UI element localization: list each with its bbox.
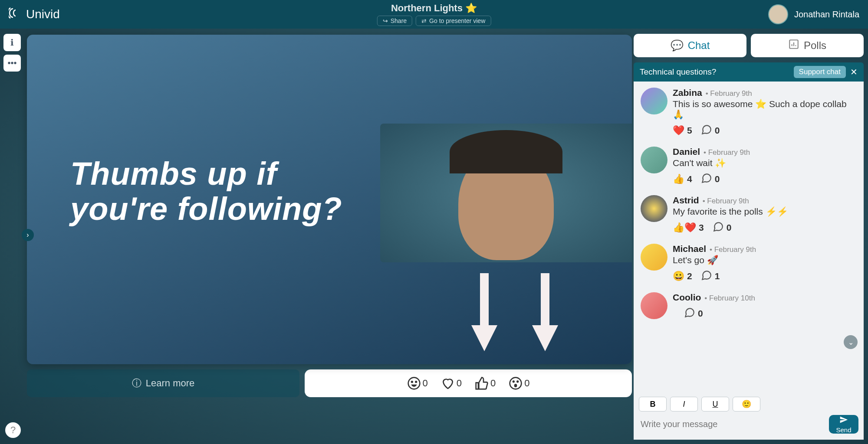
message-input[interactable] (639, 415, 825, 434)
slide-arrows (471, 273, 558, 351)
msg-date: • February 9th (706, 89, 752, 98)
more-button[interactable]: ••• (3, 55, 21, 72)
send-icon (839, 415, 848, 425)
expand-button[interactable]: › (22, 229, 34, 241)
chat-icon: 💬 (671, 39, 684, 52)
side-panel: 💬 Chat Polls Technical questions? Suppor… (634, 34, 864, 440)
reply-icon[interactable] (701, 173, 712, 186)
close-icon: ✕ (850, 67, 858, 77)
chat-message: Coolio • February 10th 0 (634, 286, 864, 323)
bold-button[interactable]: B (639, 397, 667, 411)
msg-avatar (641, 292, 667, 319)
session-title: Northern Lights ⭐ (377, 3, 491, 14)
msg-avatar (641, 147, 667, 173)
svg-point-0 (408, 378, 420, 389)
reply-count: 0 (727, 222, 732, 233)
brand-logo: Univid (9, 5, 60, 24)
topbar: Univid Northern Lights ⭐ ↪ Share ⇄ Go to… (0, 0, 868, 29)
swap-icon: ⇄ (421, 17, 427, 24)
msg-author: Coolio (673, 292, 701, 303)
info-button[interactable]: ℹ (3, 34, 21, 51)
emoji-button[interactable]: 🙂 (733, 397, 760, 411)
msg-date: • February 9th (710, 245, 756, 254)
msg-avatar (641, 88, 667, 114)
msg-react-count: 4 (687, 174, 692, 184)
main-area: › Thumbs up if you're following? ⓘ Learn… (27, 35, 632, 435)
italic-label: I (683, 400, 685, 409)
reply-count: 0 (698, 308, 703, 319)
chat-message: Daniel • February 9th Can't wait ✨ 👍 4 0 (634, 140, 864, 189)
scroll-down-button[interactable]: ⌄ (844, 335, 858, 349)
presenter-view-label: Go to presenter view (429, 17, 485, 24)
send-button[interactable]: Send (829, 415, 858, 434)
reaction-count: 0 (524, 378, 529, 389)
left-rail: ℹ ••• (3, 34, 21, 72)
reaction-count: 0 (490, 378, 496, 389)
help-icon: ? (10, 424, 16, 436)
tab-polls[interactable]: Polls (751, 34, 864, 57)
close-banner-button[interactable]: ✕ (850, 67, 858, 77)
underline-label: U (713, 400, 718, 409)
learn-more-label: Learn more (146, 378, 195, 389)
presenter-face (458, 147, 554, 260)
help-button[interactable]: ? (5, 422, 21, 438)
underline-button[interactable]: U (701, 397, 729, 411)
user-avatar[interactable] (768, 4, 788, 24)
msg-author: Daniel (673, 147, 700, 157)
chat-message: Michael • February 9th Let's go 🚀 😀 2 1 (634, 238, 864, 286)
chat-message: Astrid • February 9th My favorite is the… (634, 189, 864, 238)
chat-scroll[interactable]: Zabina • February 9th This is so awesome… (634, 82, 864, 392)
msg-react-count: 5 (687, 125, 692, 136)
italic-button[interactable]: I (670, 397, 698, 411)
support-question: Technical questions? (640, 67, 716, 77)
reaction-heart[interactable]: 0 (441, 376, 462, 390)
presenter-video (380, 124, 632, 262)
grin-icon (407, 376, 421, 390)
heart-icon (441, 376, 455, 390)
info-circle-icon: ⓘ (132, 377, 141, 390)
reactions-bar: 0 0 0 0 (305, 369, 632, 397)
brand-icon (9, 5, 23, 24)
support-banner: Technical questions? Support chat ✕ (634, 62, 864, 82)
top-center: Northern Lights ⭐ ↪ Share ⇄ Go to presen… (377, 3, 491, 26)
reply-count: 0 (715, 174, 720, 184)
share-button[interactable]: ↪ Share (377, 16, 412, 26)
msg-text: Can't wait ✨ (673, 158, 857, 168)
svg-point-5 (517, 381, 519, 382)
share-label: Share (391, 17, 407, 24)
msg-react-icon[interactable]: 👍 (673, 173, 684, 185)
emoji-icon: 🙂 (742, 399, 751, 409)
learn-more-button[interactable]: ⓘ Learn more (27, 369, 299, 397)
msg-react-count: 3 (699, 222, 704, 233)
tab-chat[interactable]: 💬 Chat (634, 34, 746, 57)
chevron-down-icon: ⌄ (848, 338, 854, 346)
reply-count: 0 (715, 125, 720, 136)
msg-date: • February 10th (704, 294, 755, 303)
msg-react-icon[interactable]: ❤️ (673, 125, 684, 136)
info-icon: ℹ (10, 37, 14, 48)
msg-text: Let's go 🚀 (673, 255, 857, 265)
msg-author: Astrid (673, 195, 699, 206)
reaction-grin[interactable]: 0 (407, 376, 428, 390)
polls-icon (788, 39, 799, 52)
reaction-thumbs[interactable]: 0 (475, 376, 496, 390)
reply-icon[interactable] (701, 270, 712, 283)
arrow-down-icon (532, 273, 558, 351)
reply-count: 1 (715, 271, 720, 281)
reply-icon[interactable] (684, 307, 695, 320)
share-icon: ↪ (383, 17, 388, 24)
reply-icon[interactable] (701, 124, 712, 137)
msg-react-icon[interactable]: 😀 (673, 271, 684, 282)
reaction-wow[interactable]: 0 (509, 376, 529, 390)
reply-icon[interactable] (713, 221, 724, 234)
tab-chat-label: Chat (688, 39, 710, 52)
chat-message: Zabina • February 9th This is so awesome… (634, 82, 864, 140)
msg-avatar (641, 195, 667, 222)
msg-text: This is so awesome ⭐ Such a dope collab … (673, 99, 857, 120)
compose-area: B I U 🙂 Send (634, 392, 864, 440)
support-chat-button[interactable]: Support chat (794, 66, 846, 78)
msg-react-count: 2 (687, 271, 692, 281)
msg-react-icon[interactable]: 👍❤️ (673, 222, 696, 233)
slide-text: Thumbs up if you're following? (70, 156, 342, 227)
presenter-view-button[interactable]: ⇄ Go to presenter view (416, 16, 491, 26)
